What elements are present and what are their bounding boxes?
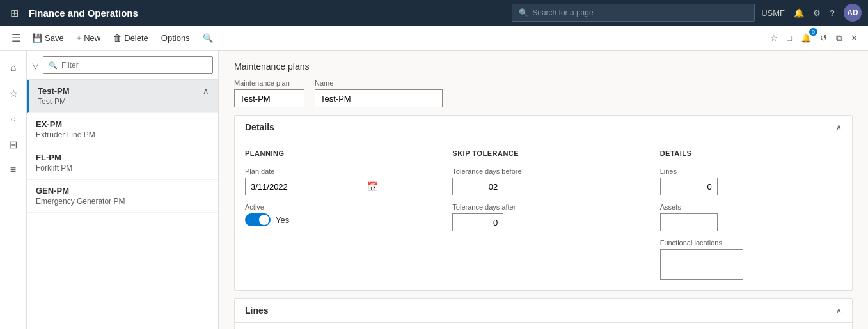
- filter-icon[interactable]: ▽: [32, 60, 39, 70]
- item-arrow-icon: ∧: [203, 86, 209, 96]
- list-item[interactable]: EX-PM Extruder Line PM: [27, 113, 218, 146]
- save-label: Save: [45, 33, 64, 43]
- item-title: EX-PM: [36, 119, 209, 129]
- fullscreen-icon[interactable]: □: [784, 31, 794, 45]
- details-section-title: Details: [245, 122, 274, 132]
- item-title: Test-PM: [38, 86, 209, 96]
- active-label: Active: [245, 203, 427, 211]
- side-icon-bar: ⌂ ☆ ○ ⊟ ≡: [0, 51, 27, 329]
- search-toolbar-icon[interactable]: 🔍: [198, 31, 218, 45]
- active-toggle[interactable]: [245, 213, 271, 226]
- delete-button[interactable]: 🗑 Delete: [108, 31, 154, 45]
- collapse-icon: ∧: [836, 123, 842, 132]
- list-item[interactable]: ∧ Test-PM Test-PM: [27, 80, 218, 113]
- toolbar-right-actions: ☆ □ 🔔 0 ↺ ⧉ ✕: [768, 31, 860, 46]
- assets-field: Assets: [660, 203, 842, 231]
- tolerance-after-label: Tolerance days after: [452, 203, 634, 211]
- list-panel: ▽ 🔍 ∧ Test-PM Test-PM EX-PM Extruder Lin…: [27, 51, 219, 329]
- tolerance-before-label: Tolerance days before: [452, 167, 634, 175]
- planning-col-header: PLANNING: [245, 149, 427, 157]
- close-icon[interactable]: ✕: [848, 31, 860, 45]
- app-grid-icon[interactable]: ⊞: [6, 7, 22, 19]
- lines-section-title: Lines: [245, 305, 269, 316]
- item-subtitle: Emergency Generator PM: [36, 197, 209, 206]
- favorites-icon[interactable]: ☆: [768, 31, 780, 45]
- filter-input[interactable]: [61, 61, 207, 70]
- help-icon[interactable]: ?: [830, 8, 835, 18]
- global-search[interactable]: 🔍: [512, 4, 755, 22]
- notification-icon[interactable]: 🔔: [794, 8, 804, 18]
- plan-input[interactable]: [234, 89, 304, 107]
- active-toggle-label: Yes: [276, 215, 289, 225]
- tolerance-before-field: Tolerance days before: [452, 167, 634, 195]
- list-filter-bar: ▽ 🔍: [27, 51, 218, 80]
- restore-icon[interactable]: ⧉: [833, 31, 844, 46]
- details-section-header[interactable]: Details ∧: [235, 116, 852, 139]
- tolerance-after-field: Tolerance days after: [452, 203, 634, 231]
- toggle-knob: [259, 215, 269, 225]
- assets-label: Assets: [660, 203, 842, 211]
- name-label: Name: [315, 79, 443, 87]
- lines-section-header[interactable]: Lines ∧: [235, 299, 852, 323]
- functional-locations-field: Functional locations: [660, 239, 842, 280]
- tolerance-before-input[interactable]: [452, 178, 503, 195]
- name-input[interactable]: [315, 89, 443, 107]
- settings-icon[interactable]: ⚙: [813, 8, 821, 18]
- main-toolbar: ☰ 💾 Save + New 🗑 Delete Options 🔍 ☆ □ 🔔 …: [0, 26, 868, 51]
- options-button[interactable]: Options: [156, 31, 195, 45]
- list-item[interactable]: GEN-PM Emergency Generator PM: [27, 180, 218, 213]
- search-input[interactable]: [532, 8, 748, 17]
- save-button[interactable]: 💾 Save: [27, 31, 69, 45]
- active-toggle-wrap: Yes: [245, 213, 427, 226]
- list-item[interactable]: FL-PM Forklift PM: [27, 146, 218, 180]
- list-items-container: ∧ Test-PM Test-PM EX-PM Extruder Line PM…: [27, 80, 218, 329]
- save-icon: 💾: [32, 33, 42, 43]
- hamburger-icon[interactable]: ☰: [8, 29, 24, 47]
- active-field: Active Yes: [245, 203, 427, 226]
- plan-date-label: Plan date: [245, 167, 427, 175]
- user-avatar[interactable]: AD: [844, 4, 862, 22]
- notification-badge-icon[interactable]: 🔔 0: [798, 31, 814, 45]
- func-locations-label: Functional locations: [660, 239, 842, 247]
- details-col-header: DETAILS: [660, 149, 842, 157]
- detail-panel: Maintenance plans Maintenance plan Name …: [219, 51, 868, 329]
- new-button[interactable]: + New: [72, 31, 106, 45]
- plan-form-row: Maintenance plan Name: [234, 79, 853, 107]
- home-icon[interactable]: ⌂: [2, 56, 25, 79]
- plan-label: Maintenance plan: [234, 79, 304, 87]
- plan-date-input[interactable]: [246, 178, 363, 195]
- plan-date-input-wrap[interactable]: 📅: [245, 178, 328, 195]
- recent-icon[interactable]: ○: [2, 107, 25, 130]
- item-subtitle: Test-PM: [38, 97, 209, 106]
- workspace-icon[interactable]: ⊟: [2, 133, 25, 156]
- star-icon[interactable]: ☆: [2, 82, 25, 105]
- func-locations-input[interactable]: [660, 249, 743, 280]
- name-field: Name: [315, 79, 443, 107]
- item-title: GEN-PM: [36, 186, 209, 195]
- filter-input-wrap[interactable]: 🔍: [43, 56, 213, 74]
- region-label: USMF: [761, 8, 785, 18]
- lines-field: Lines: [660, 167, 842, 195]
- top-navigation: ⊞ Finance and Operations 🔍 USMF 🔔 ⚙ ? AD: [0, 0, 868, 26]
- maintenance-plans-title: Maintenance plans: [234, 61, 853, 72]
- list-icon[interactable]: ≡: [2, 158, 25, 181]
- details-section-body: PLANNING Plan date 📅 Active: [235, 139, 852, 290]
- assets-input[interactable]: [660, 213, 718, 231]
- details-column: DETAILS Lines Assets Functional location…: [660, 149, 842, 280]
- options-label: Options: [161, 33, 190, 43]
- item-subtitle: Forklift PM: [36, 164, 209, 172]
- maintenance-plan-field: Maintenance plan: [234, 79, 304, 107]
- lines-section: Lines ∧ + + Add time line + + Add asset …: [234, 298, 853, 329]
- skip-tolerance-col-header: SKIP TOLERANCE: [452, 149, 634, 157]
- main-layout: ⌂ ☆ ○ ⊟ ≡ ▽ 🔍 ∧ Test-PM Test-PM EX-PM Ex…: [0, 51, 868, 329]
- item-subtitle: Extruder Line PM: [36, 130, 209, 139]
- calendar-icon[interactable]: 📅: [363, 181, 382, 192]
- item-title: FL-PM: [36, 153, 209, 162]
- tolerance-after-input[interactable]: [452, 213, 503, 231]
- refresh-icon[interactable]: ↺: [817, 31, 830, 45]
- plan-date-field: Plan date 📅: [245, 167, 427, 195]
- lines-input[interactable]: [660, 178, 718, 195]
- delete-icon: 🗑: [113, 33, 122, 43]
- lines-section-body: + + Add time line + + Add asset counter …: [235, 323, 852, 329]
- details-grid: PLANNING Plan date 📅 Active: [245, 149, 842, 280]
